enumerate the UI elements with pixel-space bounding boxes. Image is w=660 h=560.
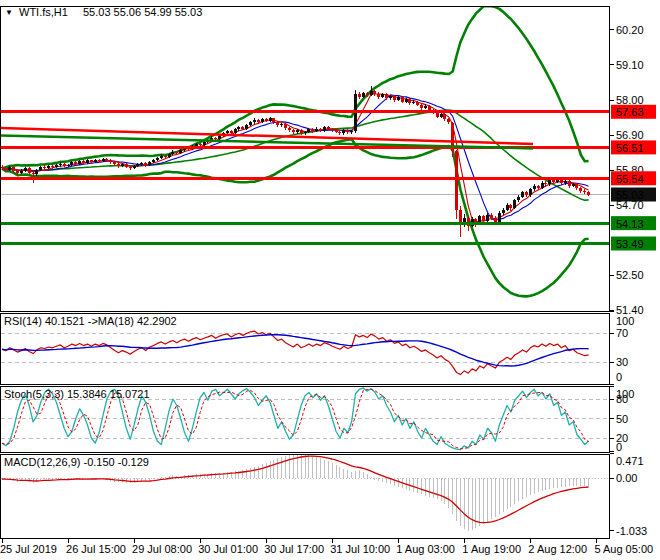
time-axis-label: 5 Aug 05:00 [594, 543, 653, 555]
rsi-axis-label: 0 [616, 371, 622, 383]
candle [12, 167, 15, 171]
rsi-axis-label: 70 [616, 327, 628, 339]
candle [136, 164, 139, 166]
candle [346, 130, 349, 132]
candle [296, 130, 299, 132]
candle [506, 205, 509, 210]
candle [168, 154, 171, 157]
macd-axis-label: 0.00 [616, 472, 637, 484]
candle [67, 165, 70, 166]
price-badge-label: 55.03 [616, 189, 644, 201]
candle [241, 127, 244, 129]
candle [32, 173, 35, 175]
candle [533, 186, 536, 189]
candle [175, 152, 178, 154]
main-price-panel[interactable] [1, 7, 610, 312]
macd-axis-label: -1.033 [616, 525, 647, 537]
candle [288, 128, 291, 130]
candle [117, 164, 120, 166]
candle [109, 160, 112, 162]
price-badge-label: 57.63 [616, 106, 644, 118]
candle [230, 131, 233, 133]
price-axis-label: 59.10 [616, 59, 644, 71]
candle [416, 102, 419, 105]
candle [556, 180, 559, 183]
candle [78, 161, 81, 164]
candle [397, 97, 400, 100]
candle [63, 164, 66, 167]
price-axis-label: 56.90 [616, 129, 644, 141]
candle [199, 144, 202, 145]
time-axis-label: 31 Jul 10:00 [330, 543, 390, 555]
candle [74, 162, 77, 164]
candle [94, 160, 97, 162]
candle [408, 99, 411, 103]
candle [47, 166, 50, 168]
chart-canvas: 60.2059.1058.0056.9055.8054.7052.5051.40… [0, 0, 660, 560]
candle [424, 106, 427, 108]
candle [440, 114, 443, 116]
candle [284, 124, 287, 128]
candle [482, 216, 485, 221]
price-badge-label: 53.49 [616, 238, 644, 250]
candle [362, 93, 365, 97]
candle [4, 168, 7, 170]
candle [389, 96, 392, 98]
candle [502, 210, 505, 213]
candle [560, 180, 563, 184]
candle [509, 205, 512, 208]
candle [436, 113, 439, 117]
candle [261, 119, 264, 122]
candle [552, 180, 555, 182]
candle [82, 161, 85, 163]
candle [98, 160, 101, 161]
candle [401, 97, 404, 101]
candle [90, 160, 93, 162]
candle [517, 197, 520, 200]
stoch-axis-label: 50 [616, 413, 628, 425]
candle [237, 127, 240, 129]
candle [575, 184, 578, 188]
candle [121, 164, 124, 166]
symbol-dropdown-icon[interactable]: ▼ [5, 8, 13, 17]
candle [24, 168, 27, 170]
candle [583, 191, 586, 193]
candle [529, 189, 532, 195]
time-axis-label: 1 Aug 19:00 [462, 543, 521, 555]
candle [280, 124, 283, 126]
candle [144, 163, 147, 165]
candle [226, 131, 229, 133]
candle [521, 192, 524, 197]
candle [234, 129, 237, 133]
candle [568, 181, 571, 186]
candle [587, 192, 590, 194]
macd-axis-label: 0.471 [616, 455, 644, 467]
candle [331, 129, 334, 131]
candle [307, 129, 310, 132]
rsi-axis[interactable]: 1007030010080502000.4710.00-1.033 [610, 312, 647, 537]
candle [370, 91, 373, 95]
candle [171, 152, 174, 155]
time-axis-label: 2 Aug 12:00 [528, 543, 587, 555]
rsi-label: RSI(14) 40.1521 ->MA(18) 42.2902 [4, 315, 177, 327]
candle [323, 127, 326, 130]
candle [412, 102, 415, 104]
candle [203, 142, 206, 145]
candle [377, 94, 380, 97]
candle [537, 186, 540, 188]
candle [140, 163, 143, 164]
candle [385, 94, 388, 98]
candle [276, 122, 279, 125]
candle [564, 181, 567, 183]
candle [342, 130, 345, 133]
candle [195, 144, 198, 146]
candle [245, 125, 248, 129]
time-axis[interactable]: 25 Jul 201926 Jul 15:0029 Jul 08:0030 Ju… [0, 538, 653, 555]
price-axis-label: 58.00 [616, 94, 644, 106]
candle [125, 164, 128, 167]
candle [366, 93, 369, 95]
candle [39, 167, 42, 170]
time-axis-label: 30 Jul 17:00 [264, 543, 324, 555]
candle [350, 131, 353, 132]
price-axis[interactable]: 60.2059.1058.0056.9055.8054.7052.5051.40… [610, 24, 656, 537]
